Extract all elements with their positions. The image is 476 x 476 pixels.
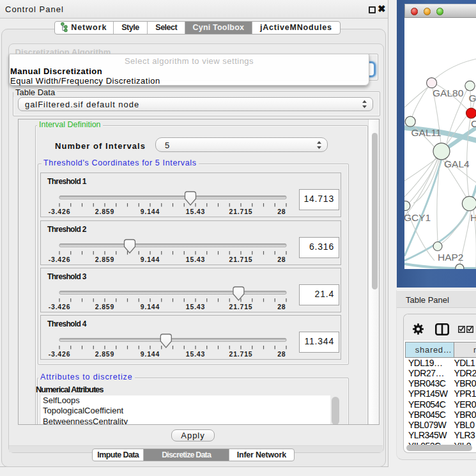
svg-text:28: 28 <box>277 350 286 358</box>
svg-text:28: 28 <box>277 208 286 215</box>
svg-text:H: H <box>470 212 476 223</box>
svg-text:GCY1: GCY1 <box>404 212 431 223</box>
svg-text:15.43: 15.43 <box>186 208 205 215</box>
svg-text:2.859: 2.859 <box>95 208 114 215</box>
svg-text:15.43: 15.43 <box>186 256 205 263</box>
svg-text:HAP2: HAP2 <box>438 252 464 263</box>
svg-text:15.43: 15.43 <box>186 303 205 311</box>
svg-text:9.144: 9.144 <box>141 350 160 358</box>
svg-text:2.859: 2.859 <box>95 256 114 263</box>
svg-text:-3.426: -3.426 <box>49 208 71 215</box>
svg-text:21.715: 21.715 <box>229 256 253 263</box>
svg-text:28: 28 <box>277 303 286 311</box>
svg-text:9.144: 9.144 <box>141 256 160 263</box>
svg-text:GAL11: GAL11 <box>411 127 441 138</box>
svg-text:28: 28 <box>277 256 286 263</box>
svg-text:GAL80: GAL80 <box>433 88 464 98</box>
svg-text:GAL4: GAL4 <box>444 158 470 169</box>
svg-text:9.144: 9.144 <box>141 208 160 215</box>
svg-text:G.: G. <box>468 93 476 104</box>
svg-text:2.859: 2.859 <box>95 350 114 358</box>
svg-text:21.715: 21.715 <box>229 350 253 358</box>
svg-text:-3.426: -3.426 <box>49 350 71 358</box>
svg-text:9.144: 9.144 <box>141 303 160 311</box>
svg-text:-3.426: -3.426 <box>49 256 71 263</box>
svg-text:2.859: 2.859 <box>95 303 114 311</box>
svg-text:C: C <box>471 118 476 129</box>
svg-text:21.715: 21.715 <box>229 208 253 215</box>
svg-text:-3.426: -3.426 <box>49 303 71 311</box>
svg-text:15.43: 15.43 <box>186 350 205 358</box>
svg-text:21.715: 21.715 <box>229 303 253 311</box>
